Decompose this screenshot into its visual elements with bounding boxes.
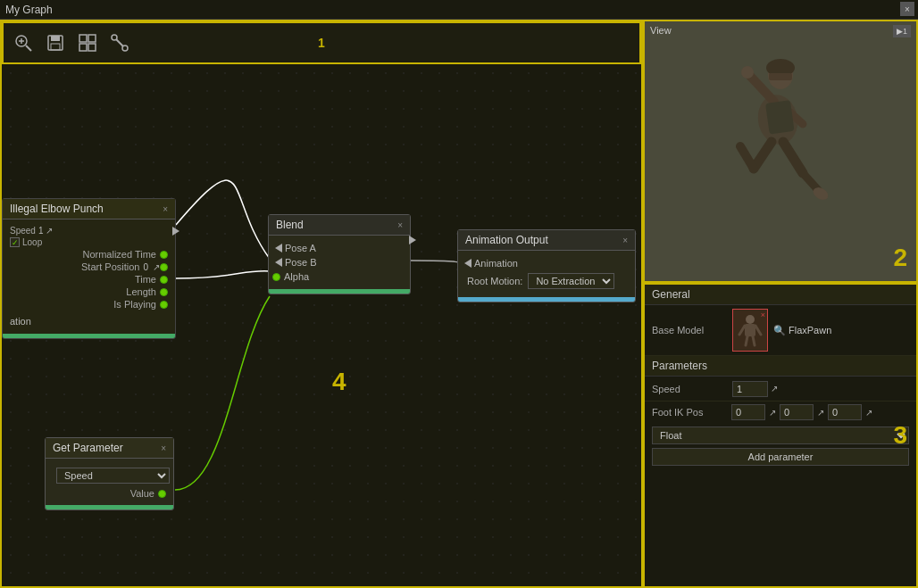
iep-node-header: Illegal Elbow Punch ×: [3, 199, 175, 219]
flax-pawn-thumbnail: [738, 313, 763, 347]
close-button[interactable]: ×: [900, 2, 914, 16]
get-param-close[interactable]: ×: [161, 443, 166, 453]
view-panel: View ▶ 1: [643, 20, 918, 283]
toolbar: 1: [2, 21, 641, 64]
root-motion-select[interactable]: No Extraction: [528, 273, 614, 289]
blend-alpha-row: Alpha: [272, 269, 406, 284]
blend-pose-b-port[interactable]: [275, 258, 282, 267]
iep-length-port[interactable]: [160, 288, 168, 296]
svg-rect-8: [88, 35, 96, 42]
view-icon-button[interactable]: ▶ 1: [893, 25, 911, 37]
iep-loop-label: Loop: [22, 237, 42, 247]
iep-output-port[interactable]: [170, 226, 182, 238]
get-param-value-row: Value: [49, 487, 170, 500]
iep-node[interactable]: Illegal Elbow Punch × Speed 1 ↗ ✓ Loop N…: [2, 198, 176, 339]
foot-ik-x-expand[interactable]: ↗: [769, 408, 776, 418]
svg-rect-5: [51, 36, 60, 41]
get-param-select-row: Speed: [49, 464, 170, 487]
foot-ik-z-input[interactable]: [828, 404, 862, 420]
get-param-select[interactable]: Speed: [56, 468, 170, 484]
bone-button[interactable]: [107, 30, 132, 55]
svg-rect-26: [765, 100, 795, 135]
view-badge: ▶ 1: [893, 25, 911, 37]
foot-ik-row: Foot IK Pos ↗ ↗ ↗: [645, 402, 916, 423]
blend-pose-a-row: Pose A: [272, 241, 406, 255]
iep-time-port[interactable]: [160, 276, 168, 284]
blend-pose-a-label: Pose A: [285, 243, 316, 253]
blend-pose-b-label: Pose B: [285, 257, 316, 268]
view-panel-label: View: [650, 25, 672, 36]
blend-node[interactable]: Blend × Pose A Pose B Alpha: [268, 214, 411, 294]
blend-node-close[interactable]: ×: [397, 220, 403, 230]
svg-line-31: [746, 336, 747, 345]
get-param-value-label: Value: [53, 488, 158, 499]
anim-output-anim-port[interactable]: [464, 259, 472, 268]
zoom-fit-button[interactable]: [11, 30, 36, 55]
svg-line-32: [753, 336, 755, 345]
svg-rect-16: [769, 73, 792, 80]
svg-line-13: [116, 39, 123, 46]
svg-rect-9: [79, 44, 87, 51]
save-button[interactable]: [43, 30, 68, 55]
blend-node-header: Blend ×: [269, 215, 410, 236]
base-model-thumbnail[interactable]: ×: [732, 309, 768, 352]
graph-area-label: 4: [332, 368, 346, 396]
anim-output-anim-label: Animation: [474, 258, 518, 269]
svg-line-29: [739, 326, 745, 335]
foot-ik-y-expand[interactable]: ↗: [817, 408, 824, 418]
blend-bottom-bar: [269, 289, 410, 294]
iep-length-row: Length: [6, 286, 171, 298]
base-model-name: 🔍 FlaxPawn: [773, 325, 831, 336]
iep-expand-start-pos[interactable]: ↗: [153, 262, 160, 272]
search-icon-small: 🔍: [773, 325, 786, 336]
anim-output-node[interactable]: Animation Output × Animation Root Motion…: [457, 229, 636, 302]
character-svg: [714, 48, 847, 253]
param-type-select[interactable]: Float: [652, 427, 909, 444]
iep-isplaying-port[interactable]: [160, 301, 168, 309]
speed-param-input[interactable]: [732, 381, 768, 397]
get-param-node[interactable]: Get Parameter × Speed Value: [45, 437, 174, 510]
add-param-row: Float: [645, 423, 916, 448]
anim-output-header: Animation Output ×: [458, 230, 635, 251]
iep-loop-row: ✓ Loop: [6, 236, 171, 248]
add-param-button[interactable]: Add parameter: [652, 448, 909, 466]
blend-output-port[interactable]: [406, 235, 419, 247]
speed-param-label: Speed: [652, 384, 732, 394]
get-param-value-port[interactable]: [158, 490, 166, 498]
anim-output-title: Animation Output: [465, 234, 548, 246]
iep-normalized-time-port[interactable]: [160, 251, 168, 259]
speed-expand-btn[interactable]: ↗: [771, 384, 778, 393]
iep-isplaying-label: Is Playing: [10, 299, 160, 310]
base-model-value: × 🔍 FlaxPawn: [732, 309, 831, 352]
properties-panel: General Base Model ×: [643, 283, 918, 588]
iep-isplaying-row: Is Playing: [6, 298, 171, 311]
blend-pose-a-port[interactable]: [275, 244, 282, 253]
iep-expand-speed[interactable]: ↗: [46, 226, 53, 236]
iep-bottom-bar: [3, 334, 175, 338]
iep-ation-label: ation: [6, 314, 171, 328]
iep-time-row: Time: [6, 273, 171, 286]
svg-rect-6: [51, 44, 60, 50]
iep-node-body: Speed 1 ↗ ✓ Loop Normalized Time Start P…: [3, 219, 175, 334]
blend-alpha-port[interactable]: [272, 273, 280, 281]
iep-start-pos-row: Start Position 0 ↗: [6, 261, 171, 273]
anim-output-body: Animation Root Motion: No Extraction: [458, 251, 635, 297]
main-layout: 1 4 Illegal Elbow Punch ×: [0, 20, 918, 588]
iep-start-pos-value: 0: [143, 262, 148, 272]
toolbar-area-label: 1: [318, 36, 325, 50]
frame-button[interactable]: [75, 30, 100, 55]
anim-output-anim-row: Animation: [462, 256, 631, 270]
foot-ik-y-input[interactable]: [780, 404, 814, 420]
foot-ik-x-input[interactable]: [731, 404, 765, 420]
graph-canvas[interactable]: 4 Illegal Elbow Punch ×: [2, 64, 641, 586]
iep-node-close[interactable]: ×: [163, 204, 168, 214]
svg-point-27: [746, 315, 755, 324]
iep-loop-checkbox[interactable]: ✓: [10, 237, 20, 247]
title-text: My Graph: [5, 4, 53, 16]
svg-rect-7: [79, 35, 87, 42]
foot-ik-z-expand[interactable]: ↗: [865, 408, 872, 418]
anim-output-close[interactable]: ×: [622, 236, 628, 245]
iep-node-title: Illegal Elbow Punch: [10, 203, 104, 215]
iep-start-pos-port[interactable]: [160, 263, 168, 271]
base-model-remove[interactable]: ×: [761, 311, 765, 319]
